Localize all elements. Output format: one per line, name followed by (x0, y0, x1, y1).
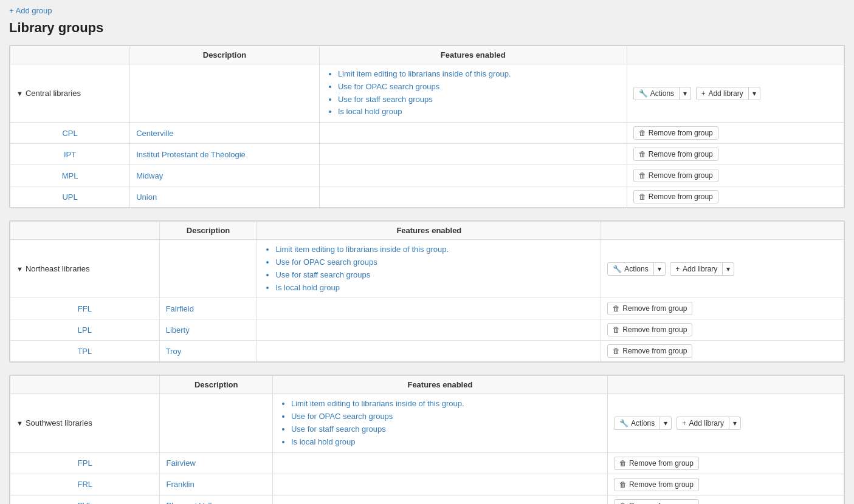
actions-caret-central[interactable]: ▾ (680, 87, 691, 100)
library-name: Pleasant Valley (160, 495, 272, 504)
library-name: Centerville (130, 123, 320, 144)
remove-cell: 🗑Remove from group (627, 123, 844, 144)
group-desc-southwest (160, 394, 272, 452)
group-name-central: ▼Central libraries (10, 64, 130, 123)
remove-from-group-button[interactable]: 🗑Remove from group (607, 323, 692, 336)
remove-from-group-button[interactable]: 🗑Remove from group (633, 126, 718, 140)
plus-icon: + (701, 89, 706, 98)
add-library-caret-southwest[interactable]: ▾ (729, 417, 741, 430)
actions-button-southwest[interactable]: 🔧Actions (614, 417, 660, 430)
groups-container: DescriptionFeatures enabled▼Central libr… (9, 45, 845, 504)
library-code: FRL (10, 474, 160, 495)
remove-cell: 🗑Remove from group (627, 186, 844, 208)
col-header-1-2: Features enabled (257, 222, 601, 240)
triangle-down-icon: ▼ (16, 90, 23, 97)
table-row: LPLLiberty🗑Remove from group (10, 319, 844, 341)
feature-item: Use for OPAC search groups (338, 81, 621, 94)
col-header-0-1: Description (130, 46, 320, 64)
remove-cell: 🗑Remove from group (607, 474, 844, 495)
library-features-empty (272, 495, 607, 504)
actions-button-central[interactable]: 🔧Actions (633, 87, 680, 100)
table-row: CPLCenterville🗑Remove from group (10, 123, 844, 144)
actions-caret-southwest[interactable]: ▾ (660, 417, 672, 430)
group-name-southwest: ▼Southwest libraries (10, 394, 160, 452)
library-features-empty (257, 298, 601, 319)
caret-down-icon: ▾ (664, 419, 667, 427)
feature-item: Use for OPAC search groups (275, 256, 594, 269)
group-southwest: DescriptionFeatures enabled▼Southwest li… (9, 375, 845, 504)
col-header-1-0 (10, 222, 160, 240)
add-library-button-southwest[interactable]: + Add library (677, 417, 729, 430)
remove-from-group-button[interactable]: 🗑Remove from group (607, 344, 692, 358)
trash-icon: 🗑 (613, 304, 620, 313)
remove-from-group-button[interactable]: 🗑Remove from group (633, 169, 718, 182)
plus-icon: + (682, 419, 686, 427)
add-library-button-northeast[interactable]: + Add library (670, 262, 723, 276)
remove-cell: 🗑Remove from group (607, 452, 844, 474)
remove-cell: 🗑Remove from group (627, 144, 844, 165)
library-code: FPL (10, 452, 160, 474)
group-desc-central (130, 64, 320, 123)
col-header-2-1: Description (160, 376, 272, 394)
trash-icon: 🗑 (619, 502, 627, 504)
table-row: FRLFranklin🗑Remove from group (10, 474, 844, 495)
remove-from-group-button[interactable]: 🗑Remove from group (607, 302, 692, 315)
remove-from-group-button[interactable]: 🗑Remove from group (633, 190, 718, 203)
feature-item: Is local hold group (291, 436, 601, 449)
table-row: MPLMidway🗑Remove from group (10, 165, 844, 186)
library-features-empty (272, 474, 607, 495)
group-features-southwest: Limit item editing to librarians inside … (272, 394, 607, 452)
library-code: FFL (10, 298, 160, 319)
feature-item: Use for staff search groups (291, 423, 601, 436)
add-library-caret-northeast[interactable]: ▾ (723, 262, 734, 276)
actions-caret-northeast[interactable]: ▾ (654, 262, 666, 276)
caret-down-icon-2: ▾ (726, 265, 730, 273)
add-group-link[interactable]: + Add group (9, 6, 52, 15)
col-header-1-3 (601, 222, 844, 240)
table-row: TPLTroy🗑Remove from group (10, 341, 844, 362)
library-features-empty (257, 319, 601, 341)
library-name: Union (130, 186, 320, 208)
remove-from-group-button[interactable]: 🗑Remove from group (614, 478, 699, 491)
trash-icon: 🗑 (639, 171, 646, 180)
group-actions-southwest: 🔧Actions ▾ + Add library ▾ (607, 394, 844, 452)
library-code: TPL (10, 341, 160, 362)
actions-button-northeast[interactable]: 🔧Actions (607, 262, 653, 276)
remove-cell: 🗑Remove from group (601, 341, 844, 362)
caret-down-icon-2: ▾ (752, 89, 756, 98)
library-name: Midway (130, 165, 320, 186)
remove-cell: 🗑Remove from group (627, 165, 844, 186)
table-row: FPLFairview🗑Remove from group (10, 452, 844, 474)
triangle-down-icon: ▼ (16, 265, 23, 273)
remove-from-group-button[interactable]: 🗑Remove from group (633, 148, 718, 161)
remove-cell: 🗑Remove from group (607, 495, 844, 504)
col-header-0-3 (627, 46, 844, 64)
wrench-icon: 🔧 (639, 89, 648, 98)
library-features-empty (319, 144, 627, 165)
library-features-empty (319, 165, 627, 186)
table-row: FFLFairfield🗑Remove from group (10, 298, 844, 319)
col-header-2-0 (10, 376, 160, 394)
remove-from-group-button[interactable]: 🗑Remove from group (614, 457, 699, 470)
library-features-empty (257, 341, 601, 362)
group-features-central: Limit item editing to librarians inside … (319, 64, 627, 123)
trash-icon: 🗑 (639, 129, 646, 137)
group-actions-northeast: 🔧Actions ▾ + Add library ▾ (601, 240, 844, 298)
add-library-caret-central[interactable]: ▾ (749, 87, 760, 100)
feature-item: Is local hold group (338, 106, 621, 118)
feature-item: Is local hold group (275, 282, 594, 295)
col-header-2-2: Features enabled (272, 376, 607, 394)
library-name: Troy (159, 341, 257, 362)
remove-from-group-button[interactable]: 🗑Remove from group (614, 499, 699, 504)
remove-cell: 🗑Remove from group (601, 319, 844, 341)
table-row: UPLUnion🗑Remove from group (10, 186, 844, 208)
wrench-icon: 🔧 (613, 265, 622, 273)
library-name: Institut Protestant de Théologie (130, 144, 320, 165)
table-row: PVLPleasant Valley🗑Remove from group (10, 495, 844, 504)
library-features-empty (319, 123, 627, 144)
trash-icon: 🗑 (613, 347, 620, 355)
col-header-0-2: Features enabled (319, 46, 627, 64)
group-desc-northeast (159, 240, 257, 298)
add-library-button-central[interactable]: + Add library (696, 87, 749, 100)
feature-item: Use for staff search groups (338, 94, 621, 106)
